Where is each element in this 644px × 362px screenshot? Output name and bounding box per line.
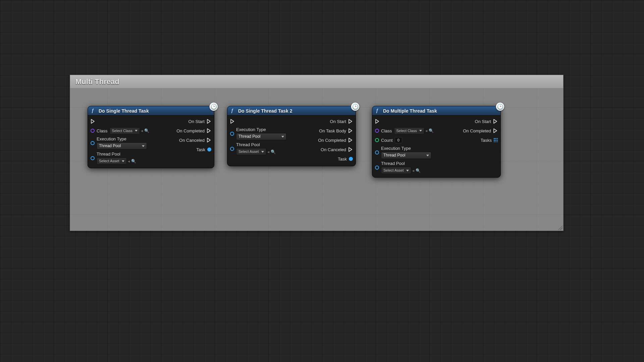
dropdown-value: Thread Pool <box>99 143 121 148</box>
exec-pin-icon[interactable] <box>230 119 235 124</box>
pin-label: On Start <box>330 119 346 124</box>
object-pin-icon[interactable] <box>91 141 95 145</box>
use-selected-icon[interactable]: ◂ <box>141 128 143 133</box>
input-pin[interactable]: Class Select Class ◂ 🔍 <box>375 127 434 134</box>
output-pin[interactable]: On Completed <box>176 127 211 134</box>
output-pin[interactable]: On Start <box>475 118 498 125</box>
picker-value: Select Asset <box>383 168 404 172</box>
picker-value: Select Class <box>396 129 417 133</box>
browse-icon[interactable]: 🔍 <box>131 159 136 164</box>
picker-value: Select Class <box>112 129 132 133</box>
browse-icon[interactable]: 🔍 <box>144 128 149 133</box>
function-icon <box>376 108 381 114</box>
asset-picker[interactable]: Select Class <box>110 127 140 134</box>
exec-pin-icon[interactable] <box>207 138 211 142</box>
object-pin-icon[interactable] <box>230 147 234 151</box>
use-selected-icon[interactable]: ◂ <box>128 159 130 164</box>
object-pin-icon[interactable] <box>230 132 234 136</box>
exec-pin-icon[interactable] <box>493 119 498 124</box>
asset-picker[interactable]: Select Class <box>394 127 424 134</box>
dropdown[interactable]: Thread Pool <box>381 152 431 159</box>
asset-picker[interactable]: Select Asset <box>97 158 127 165</box>
input-pin[interactable]: Execution Type Thread Pool <box>230 127 286 140</box>
picker-value: Select Asset <box>99 159 119 163</box>
output-pin[interactable]: Task <box>196 146 211 153</box>
node-title: Do Multiple Thread Task <box>383 108 437 114</box>
exec-pin-icon[interactable] <box>348 138 353 142</box>
exec-pin-icon[interactable] <box>348 128 353 133</box>
class-pin-icon[interactable] <box>375 129 379 133</box>
output-pin[interactable]: On Completed <box>318 136 353 144</box>
input-pin[interactable]: Thread Pool Select Asset ◂ 🔍 <box>91 152 136 165</box>
array-pin-icon[interactable] <box>494 138 498 142</box>
blueprint-node[interactable]: Do Multiple Thread Task 🕒 Class Select C… <box>372 106 501 178</box>
node-header[interactable]: Do Multiple Thread Task 🕒 <box>372 106 500 116</box>
asset-picker[interactable]: Select Asset <box>236 148 266 155</box>
resize-grip[interactable] <box>558 225 562 230</box>
pin-label: Execution Type <box>381 146 431 151</box>
blueprint-node[interactable]: Do Single Thread Task 2 🕒 Execution Type… <box>227 106 356 166</box>
comment-header[interactable]: Multi Thread <box>70 75 563 88</box>
class-pin-icon[interactable] <box>91 129 95 133</box>
browse-icon[interactable]: 🔍 <box>429 128 434 133</box>
asset-picker[interactable]: Select Asset <box>381 167 411 174</box>
exec-pin-icon[interactable] <box>375 119 380 124</box>
exec-pin-icon[interactable] <box>348 147 353 152</box>
input-pin[interactable]: Class Select Class ◂ 🔍 <box>91 127 149 134</box>
pin-label: Class <box>381 128 392 133</box>
use-selected-icon[interactable]: ◂ <box>425 128 427 133</box>
input-pin[interactable]: Execution Type Thread Pool <box>91 136 147 149</box>
int-input[interactable]: 0 <box>395 137 402 143</box>
comment-box[interactable]: Multi Thread Do Single Thread Task 🕒 Cla… <box>70 75 564 231</box>
input-pin[interactable]: Count0 <box>375 136 402 144</box>
pin-label: Thread Pool <box>381 161 421 166</box>
pin-label: On Start <box>189 119 205 124</box>
browse-icon[interactable]: 🔍 <box>271 149 276 154</box>
browse-icon[interactable]: 🔍 <box>416 168 421 173</box>
exec-pin-icon[interactable] <box>493 128 498 133</box>
object-pin-icon[interactable] <box>91 156 95 160</box>
object-pin-icon[interactable] <box>207 147 211 152</box>
node-header[interactable]: Do Single Thread Task 🕒 <box>88 106 214 116</box>
pin-label: On Canceled <box>321 147 346 152</box>
output-pin[interactable]: On Canceled <box>179 136 211 144</box>
comment-title: Multi Thread <box>75 77 119 86</box>
pin-label: Task <box>196 147 205 152</box>
output-pin[interactable]: On Start <box>189 118 211 125</box>
object-pin-icon[interactable] <box>375 166 379 170</box>
input-pin[interactable] <box>230 118 235 125</box>
int-value: 0 <box>397 138 399 142</box>
output-pin[interactable]: Tasks <box>481 136 498 144</box>
exec-pin-icon[interactable] <box>207 119 211 124</box>
dropdown[interactable]: Thread Pool <box>97 142 147 149</box>
object-pin-icon[interactable] <box>375 150 379 155</box>
output-pin[interactable]: On Completed <box>463 127 498 134</box>
object-pin-icon[interactable] <box>349 157 353 161</box>
input-pin[interactable]: Thread Pool Select Asset ◂ 🔍 <box>230 142 276 155</box>
output-pin[interactable]: On Canceled <box>321 146 353 153</box>
exec-pin-icon[interactable] <box>207 128 211 133</box>
input-pin[interactable] <box>375 118 380 125</box>
output-pin[interactable]: Task <box>338 155 353 163</box>
latent-badge-icon: 🕒 <box>351 102 360 111</box>
input-pin[interactable]: Execution Type Thread Pool <box>375 146 431 159</box>
use-selected-icon[interactable]: ◂ <box>412 168 414 173</box>
pin-label: On Start <box>475 119 491 124</box>
input-pin[interactable] <box>91 118 95 125</box>
dropdown[interactable]: Thread Pool <box>236 133 286 140</box>
output-pin[interactable]: On Start <box>330 118 353 125</box>
node-header[interactable]: Do Single Thread Task 2 🕒 <box>227 106 356 116</box>
latent-badge-icon: 🕒 <box>209 102 218 111</box>
output-pin[interactable]: On Task Body <box>319 127 353 134</box>
blueprint-node[interactable]: Do Single Thread Task 🕒 Class Select Cla… <box>88 106 214 168</box>
pin-label: On Task Body <box>319 128 346 133</box>
function-icon <box>231 108 236 114</box>
int-pin-icon[interactable] <box>375 138 379 142</box>
exec-pin-icon[interactable] <box>91 119 95 124</box>
pin-label: On Completed <box>176 128 205 133</box>
input-pin[interactable]: Thread Pool Select Asset ◂ 🔍 <box>375 161 421 174</box>
exec-pin-icon[interactable] <box>348 119 353 124</box>
use-selected-icon[interactable]: ◂ <box>267 149 269 154</box>
pin-label: Task <box>338 157 347 162</box>
pin-label: On Completed <box>318 138 346 143</box>
